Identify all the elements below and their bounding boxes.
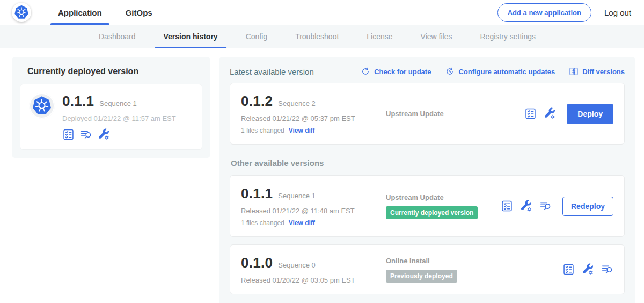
currently-deployed-title: Currently deployed version [27, 67, 202, 76]
source-label: Upstream Update [386, 193, 501, 201]
header-right: Add a new application Log out [497, 0, 631, 25]
version-info: 0.1.1 Sequence 1 Released 01/21/22 @ 11:… [241, 185, 380, 227]
files-changed-label: 1 files changed [241, 127, 284, 134]
version-row-0-1-1: 0.1.1 Sequence 1 Released 01/21/22 @ 11:… [230, 175, 625, 237]
add-new-application-button[interactable]: Add a new application [497, 3, 591, 22]
edit-config-icon[interactable] [98, 128, 110, 141]
other-available-header: Other available versions [231, 158, 625, 168]
refresh-icon [361, 67, 370, 76]
deploy-logs-icon[interactable] [539, 200, 552, 212]
tab-application[interactable]: Application [46, 0, 114, 25]
files-changed-label: 1 files changed [241, 219, 284, 227]
view-diff-link[interactable]: View diff [289, 219, 315, 227]
version-actions: Redeploy [501, 197, 613, 216]
version-info: 0.1.0 Sequence 0 Released 01/20/22 @ 03:… [241, 255, 380, 284]
source-label: Online Install [386, 257, 562, 265]
top-header: Application GitOps Add a new application… [0, 0, 644, 25]
version-source: Upstream Update Currently deployed versi… [380, 193, 501, 219]
version-source: Upstream Update [380, 110, 524, 118]
redeploy-button[interactable]: Redeploy [562, 197, 613, 216]
app-kubernetes-icon [29, 93, 55, 119]
auto-update-icon [445, 67, 455, 76]
sequence-label: Sequence 2 [278, 99, 315, 107]
previously-deployed-badge: Previously deployed [386, 270, 457, 283]
currently-deployed-card: Currently deployed version 0.1.1 Sequenc… [12, 57, 210, 158]
released-timestamp: Released 01/21/22 @ 05:37 pm EST [241, 114, 380, 122]
main-content: Currently deployed version 0.1.1 Sequenc… [0, 48, 644, 303]
edit-config-icon[interactable] [520, 200, 532, 212]
version-history-panel: Latest available version Check for updat… [219, 57, 635, 303]
version-number: 0.1.2 [241, 93, 273, 110]
app-subnav: Dashboard Version history Config Trouble… [0, 25, 644, 48]
deployed-version-card: 0.1.1 Sequence 1 Deployed 01/21/22 @ 11:… [20, 84, 202, 150]
diff-versions-label: Diff versions [582, 68, 625, 76]
latest-available-header: Latest available version [230, 67, 314, 76]
version-number: 0.1.0 [241, 255, 273, 271]
preflight-checks-icon[interactable] [562, 263, 575, 276]
currently-deployed-badge: Currently deployed version [386, 206, 478, 219]
subnav-troubleshoot[interactable]: Troubleshoot [281, 25, 353, 48]
diff-versions-link[interactable]: Diff versions [569, 67, 625, 76]
subnav-version-history[interactable]: Version history [150, 25, 232, 48]
preflight-checks-icon[interactable] [62, 128, 75, 141]
deployed-timestamp: Deployed 01/21/22 @ 11:57 am EST [62, 114, 176, 122]
version-info: 0.1.2 Sequence 2 Released 01/21/22 @ 05:… [241, 93, 380, 134]
version-row-0-1-2: 0.1.2 Sequence 2 Released 01/21/22 @ 05:… [230, 83, 625, 145]
source-label: Upstream Update [386, 110, 524, 118]
preflight-checks-icon[interactable] [524, 107, 537, 120]
version-number: 0.1.1 [241, 185, 273, 202]
version-actions: Deploy [524, 104, 613, 124]
released-timestamp: Released 01/21/22 @ 11:48 am EST [241, 207, 380, 215]
view-diff-link[interactable]: View diff [289, 127, 315, 134]
deploy-button[interactable]: Deploy [567, 104, 613, 124]
diff-icon [569, 67, 579, 76]
edit-config-icon[interactable] [544, 107, 556, 120]
subnav-license[interactable]: License [353, 25, 406, 48]
version-actions [562, 263, 613, 276]
tab-gitops[interactable]: GitOps [114, 0, 164, 25]
check-for-update-label: Check for update [374, 68, 431, 76]
deploy-logs-icon[interactable] [601, 263, 613, 276]
version-source: Online Install Previously deployed [380, 257, 562, 283]
subnav-dashboard[interactable]: Dashboard [85, 25, 150, 48]
deployed-version-details: 0.1.1 Sequence 1 Deployed 01/21/22 @ 11:… [62, 93, 176, 141]
deployed-version-number: 0.1.1 [62, 93, 94, 110]
subnav-registry-settings[interactable]: Registry settings [466, 25, 549, 48]
panel-actions: Check for update Configure automatic upd… [361, 67, 625, 76]
preflight-checks-icon[interactable] [501, 200, 513, 212]
app-tabs: Application GitOps [46, 0, 164, 25]
sequence-label: Sequence 1 [278, 192, 315, 200]
configure-automatic-updates-label: Configure automatic updates [458, 68, 555, 76]
deploy-logs-icon[interactable] [80, 128, 92, 141]
version-row-0-1-0: 0.1.0 Sequence 0 Released 01/20/22 @ 03:… [230, 244, 625, 294]
kubernetes-logo [12, 3, 31, 22]
subnav-config[interactable]: Config [232, 25, 281, 48]
edit-config-icon[interactable] [582, 263, 594, 276]
deployed-sequence-label: Sequence 1 [99, 99, 136, 107]
configure-automatic-updates-link[interactable]: Configure automatic updates [445, 67, 555, 76]
subnav-view-files[interactable]: View files [407, 25, 466, 48]
released-timestamp: Released 01/20/22 @ 03:05 pm EST [241, 276, 380, 284]
sequence-label: Sequence 0 [278, 261, 315, 269]
check-for-update-link[interactable]: Check for update [361, 67, 431, 76]
logout-link[interactable]: Log out [604, 8, 631, 17]
